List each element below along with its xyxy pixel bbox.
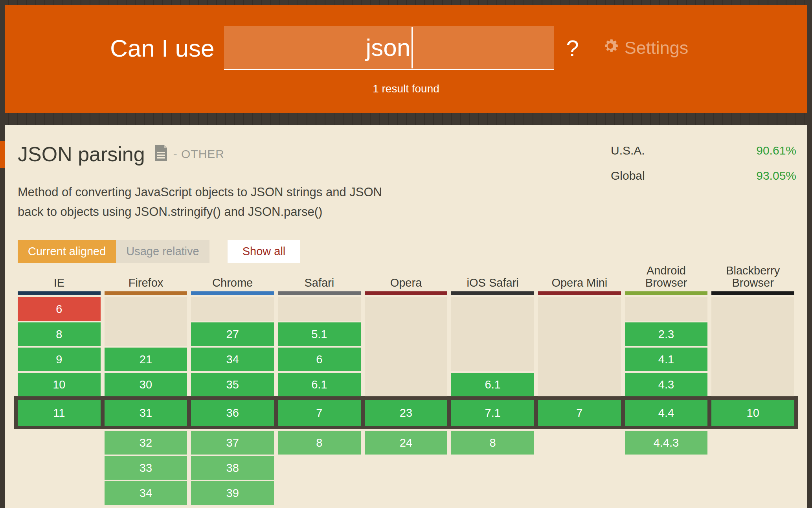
search-input[interactable]: json	[224, 26, 554, 70]
empty-cell	[711, 297, 794, 396]
version-cell-current: 36	[191, 400, 274, 426]
search-value: json	[366, 33, 411, 61]
browser-color-bars	[18, 291, 794, 295]
result-count: 1 result found	[5, 83, 807, 95]
browser-column-safari: 5.1 6 6.1 7 8	[278, 297, 361, 456]
version-cell: 38	[191, 456, 274, 480]
browser-column-header: Opera Mini	[538, 277, 621, 289]
browser-column-opera-mini: 7	[538, 297, 621, 427]
version-cell: 10	[18, 373, 101, 396]
version-cell-current: 7	[538, 400, 621, 426]
version-cell-current: 31	[105, 400, 187, 426]
browser-column-header: iOS Safari	[451, 277, 534, 289]
browser-color-bar	[711, 291, 794, 295]
browser-color-bar	[278, 291, 361, 295]
brand-title: Can I use	[110, 34, 214, 62]
settings-button[interactable]: Settings	[599, 36, 691, 60]
browser-column-header: Firefox	[105, 277, 187, 289]
usage-relative-button[interactable]: Usage relative	[116, 240, 209, 263]
browser-column-ios-safari: 6.1 7.1 8	[451, 297, 534, 456]
version-cell-current: 7.1	[451, 400, 534, 426]
version-cell: 35	[191, 373, 274, 396]
version-cell: 4.4.3	[625, 431, 708, 455]
version-cell: 4.1	[625, 348, 708, 371]
stat-value: 93.05%	[756, 169, 796, 182]
browser-column-header: IE	[18, 277, 101, 289]
version-cell: 4.3	[625, 373, 708, 396]
browser-column-firefox: 21 30 31 32 33 34	[105, 297, 187, 506]
version-cell-current: 4.4	[625, 400, 708, 426]
version-cell: 24	[365, 431, 448, 455]
version-cell: 34	[191, 348, 274, 371]
version-cell: 39	[191, 481, 274, 505]
usage-stats: U.S.A. 90.61% Global 93.05%	[611, 144, 796, 194]
browser-color-bar	[451, 291, 534, 295]
empty-cell	[365, 297, 448, 396]
browser-column-ie: 6 8 9 10 11	[18, 297, 101, 427]
feature-panel: JSON parsing - OTHER U.S.A. 90.61% Globa…	[5, 125, 807, 508]
version-cell: 5.1	[278, 322, 361, 346]
page-title: JSON parsing	[18, 142, 145, 166]
show-all-button[interactable]: Show all	[228, 240, 301, 263]
browser-color-bar	[105, 291, 187, 295]
stat-row: Global 93.05%	[611, 169, 796, 182]
category-label: - OTHER	[173, 147, 224, 161]
document-icon	[154, 145, 168, 164]
stat-label: Global	[611, 169, 645, 182]
browser-header-row: IE Firefox Chrome Safari Opera iOS Safar…	[18, 265, 794, 289]
browser-color-bar	[191, 291, 274, 295]
support-table: 6 8 9 10 11 21 30 31 32 33 34 27 34 35 3…	[18, 297, 794, 506]
question-mark: ?	[566, 35, 579, 61]
version-cell: 37	[191, 431, 274, 455]
version-cell-current: 7	[278, 400, 361, 426]
empty-cell	[191, 297, 274, 321]
version-cell: 2.3	[625, 322, 708, 346]
stat-row: U.S.A. 90.61%	[611, 144, 796, 157]
browser-column-header: Blackberry Browser	[711, 265, 794, 289]
version-cell-current: 23	[365, 400, 448, 426]
gear-icon	[601, 37, 620, 60]
version-cell: 9	[18, 348, 101, 371]
stat-value: 90.61%	[756, 144, 796, 157]
empty-cell	[538, 297, 621, 396]
empty-cell	[278, 297, 361, 321]
version-cell: 34	[105, 481, 187, 505]
version-cell: 8	[451, 431, 534, 455]
browser-color-bar	[365, 291, 448, 295]
browser-color-bar	[538, 291, 621, 295]
current-aligned-button[interactable]: Current aligned	[18, 240, 116, 263]
browser-column-header: Opera	[365, 277, 448, 289]
browser-column-header: Safari	[278, 277, 361, 289]
version-cell: 8	[18, 322, 101, 346]
version-cell: 21	[105, 348, 187, 371]
version-cell: 6	[278, 348, 361, 371]
version-cell: 27	[191, 322, 274, 346]
version-cell-current: 10	[711, 400, 794, 426]
empty-cell	[451, 297, 534, 371]
feature-accent-tab	[0, 141, 5, 168]
version-cell: 30	[105, 373, 187, 396]
browser-column-header: Android Browser	[625, 265, 708, 289]
text-caret-icon	[412, 27, 413, 68]
version-cell: 6.1	[278, 373, 361, 396]
browser-column-chrome: 27 34 35 36 37 38 39	[191, 297, 274, 506]
version-cell: 33	[105, 456, 187, 480]
version-cell: 6	[18, 297, 101, 321]
version-cell-current: 11	[18, 400, 101, 426]
browser-column-android: 2.3 4.1 4.3 4.4 4.4.3	[625, 297, 708, 456]
browser-color-bar	[18, 291, 101, 295]
browser-column-opera: 23 24	[365, 297, 448, 456]
version-cell: 8	[278, 431, 361, 455]
browser-color-bar	[625, 291, 708, 295]
settings-label: Settings	[625, 38, 689, 58]
empty-cell	[105, 297, 187, 346]
version-cell: 32	[105, 431, 187, 455]
browser-column-header: Chrome	[191, 277, 274, 289]
stat-label: U.S.A.	[611, 144, 645, 157]
empty-cell	[625, 297, 708, 321]
site-header: Can I use json ? Settings 1 result found	[5, 5, 807, 113]
browser-column-blackberry: 10	[711, 297, 794, 427]
version-cell: 6.1	[451, 373, 534, 396]
